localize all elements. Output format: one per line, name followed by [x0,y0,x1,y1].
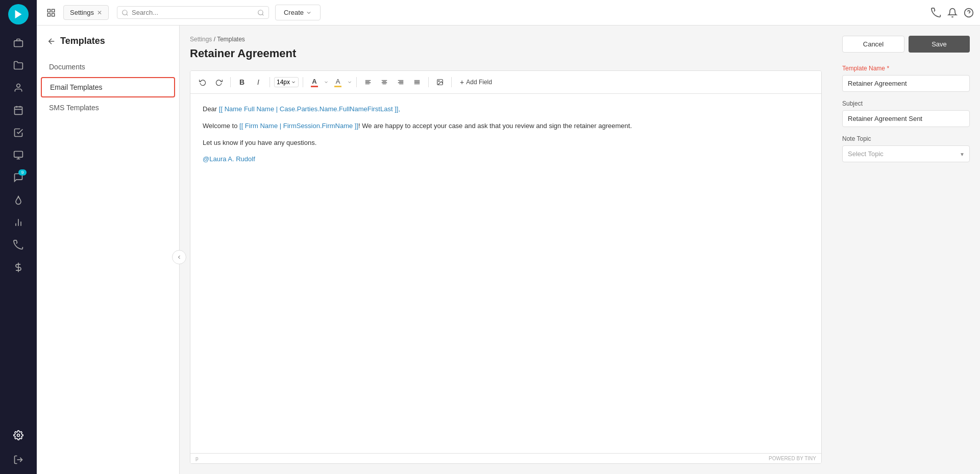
close-tab-icon[interactable]: ✕ [97,9,102,16]
nav-chart[interactable] [8,212,29,233]
svg-rect-18 [47,13,50,16]
svg-rect-19 [52,13,55,16]
nav-check[interactable] [8,122,29,143]
add-field-label: Add Field [466,79,492,86]
breadcrumb-parent[interactable]: Settings [190,36,212,43]
justify-button[interactable] [410,75,424,89]
image-button[interactable] [433,75,447,89]
search-submit-icon[interactable] [257,9,264,16]
align-left-button[interactable] [361,75,375,89]
align-center-button[interactable] [377,75,391,89]
sidebar-item-email-templates[interactable]: Email Templates [41,77,175,97]
subject-group: Subject [842,100,970,127]
editor-footer: p POWERED BY TINY [190,453,821,463]
nav-dollar[interactable] [8,257,29,278]
bell-icon[interactable] [947,8,958,18]
search-input[interactable] [132,9,254,16]
sidebar-item-sms-templates[interactable]: SMS Templates [37,97,179,118]
nav-briefcase[interactable] [8,33,29,53]
nav-settings[interactable] [8,425,29,445]
save-button[interactable]: Save [909,36,970,53]
italic-button[interactable]: I [251,75,265,89]
highlight-color-button[interactable]: A [331,77,345,88]
page-title: Retainer Agreement [190,47,822,60]
toolbar-divider-6 [451,77,452,87]
font-size-chevron [291,80,296,85]
svg-rect-7 [14,152,23,158]
template-name-input[interactable] [842,75,970,92]
note-topic-label: Note Topic [842,135,970,142]
sidebar-header: Templates [37,26,179,55]
svg-point-14 [17,434,20,437]
svg-point-22 [258,10,263,14]
breadcrumb-current: Templates [217,36,245,43]
editor-footer-right: POWERED BY TINY [769,456,816,461]
text-color-button[interactable]: A [307,77,322,88]
bold-button[interactable]: B [235,75,249,89]
back-button[interactable] [47,37,56,46]
sidebar-item-sms-templates-label: SMS Templates [49,104,99,112]
svg-point-2 [17,84,20,88]
font-size-select[interactable]: 14px [274,77,299,87]
messages-badge: 9 [18,169,27,176]
help-icon[interactable] [964,8,974,18]
nav-monitor[interactable] [8,145,29,165]
sidebar-title: Templates [60,36,105,46]
svg-marker-0 [15,10,22,19]
svg-line-21 [127,14,128,15]
sidebar-item-email-templates-label: Email Templates [50,83,102,91]
create-button[interactable]: Create [275,5,321,20]
editor-footer-left: p [195,456,199,461]
text-color-indicator [311,86,318,87]
page-content: Settings / Templates Retainer Agreement … [180,26,832,474]
note-topic-group: Note Topic Select Topic [842,135,970,162]
note-topic-wrapper: Select Topic [842,145,970,162]
align-right-button[interactable] [394,75,408,89]
cancel-button[interactable]: Cancel [842,36,904,53]
editor-body[interactable]: Dear [[ Name Full Name | Case.Parties.Na… [190,94,821,453]
editor-mention: @Laura A. Rudolf [203,154,809,165]
required-indicator: * [887,65,889,72]
template-name-label: Template Name * [842,65,970,72]
highlight-color-indicator [334,86,341,87]
toolbar-divider-5 [428,77,429,87]
settings-tab[interactable]: Settings ✕ [63,5,109,20]
search-icon [121,9,129,16]
toolbar-divider-1 [230,77,231,87]
subject-input[interactable] [842,110,970,127]
editor-line-3: Let us know if you have any questions. [203,138,809,148]
sidebar-collapse-button[interactable] [172,250,186,264]
sidebar: Templates Documents Email Templates SMS … [37,26,180,474]
editor-container: B I 14px A A [190,70,822,464]
nav-calendar[interactable] [8,100,29,120]
editor-line-2: Welcome to [[ Firm Name | FirmSession.Fi… [203,121,809,132]
nav-phone-list[interactable] [8,235,29,255]
svg-point-20 [122,10,127,14]
nav-flame[interactable] [8,190,29,210]
svg-rect-16 [47,9,50,12]
toolbar-divider-4 [356,77,357,87]
note-topic-select[interactable]: Select Topic [842,145,970,162]
nav-folder[interactable] [8,55,29,76]
undo-button[interactable] [195,75,210,89]
subject-label: Subject [842,100,970,107]
grid-button[interactable] [43,5,59,21]
topbar-right [931,8,974,18]
app-logo[interactable] [8,4,29,24]
add-field-button[interactable]: + Add Field [456,75,496,89]
search-area [117,6,269,19]
nav-logout[interactable] [8,450,29,470]
right-panel: Cancel Save Template Name * Subject Note… [832,26,980,474]
nav-contacts[interactable] [8,78,29,98]
nav-messages[interactable]: 9 [8,167,29,188]
sidebar-item-documents[interactable]: Documents [37,57,179,77]
svg-line-23 [262,14,264,15]
svg-rect-1 [14,41,23,47]
highlight-dropdown-icon[interactable] [347,80,352,85]
sidebar-menu: Documents Email Templates SMS Templates [37,55,179,120]
redo-button[interactable] [212,75,226,89]
toolbar-divider-3 [303,77,303,87]
phone-icon[interactable] [931,8,941,18]
create-dropdown-icon [306,10,312,16]
text-color-dropdown-icon[interactable] [324,80,329,85]
